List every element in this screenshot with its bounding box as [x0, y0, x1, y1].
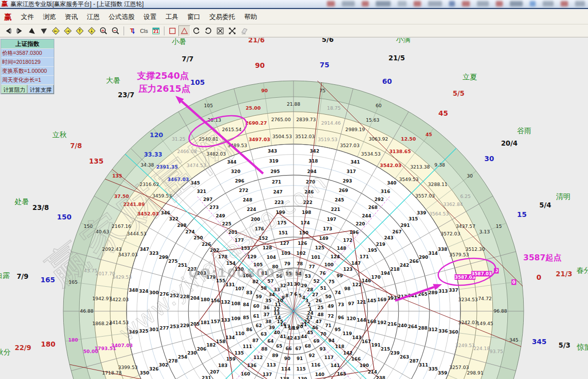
svg-text:125: 125: [315, 245, 324, 250]
nav-up-button[interactable]: [26, 25, 38, 36]
svg-text:139: 139: [298, 377, 307, 379]
shape-triangle-button[interactable]: [178, 25, 190, 36]
svg-text:88: 88: [261, 347, 268, 352]
svg-text:69: 69: [313, 339, 320, 344]
menu-item-8[interactable]: 交易委托: [205, 10, 240, 23]
rotate-ccw-button[interactable]: [190, 25, 202, 36]
menu-item-7[interactable]: 窗口: [183, 10, 205, 23]
svg-text:194: 194: [381, 271, 390, 276]
svg-text:2989.19: 2989.19: [345, 127, 365, 132]
svg-text:60: 60: [376, 103, 382, 108]
svg-text:326: 326: [149, 367, 159, 372]
svg-text:3587起点: 3587起点: [523, 253, 562, 262]
gann-wheel-chart[interactable]: 1234567891011121314151617181920212223242…: [0, 38, 588, 379]
svg-text:274: 274: [185, 229, 195, 234]
svg-text:172: 172: [343, 238, 353, 243]
svg-text:45: 45: [307, 330, 313, 335]
nav-forward-button[interactable]: [14, 25, 26, 36]
nav-down-button[interactable]: [38, 25, 50, 36]
svg-text:324: 324: [139, 289, 148, 294]
svg-text:127: 127: [280, 241, 290, 246]
svg-text:28: 28: [307, 287, 313, 292]
menu-item-4[interactable]: 公式选股: [104, 10, 139, 23]
svg-text:166: 166: [351, 357, 361, 362]
svg-text:92: 92: [309, 353, 315, 358]
blurred-taskbar-icons: [327, 1, 585, 7]
svg-text:272: 272: [239, 188, 248, 193]
menu-item-6[interactable]: 工具: [161, 10, 183, 23]
svg-text:219: 219: [376, 242, 385, 247]
box-x-button[interactable]: [214, 25, 226, 36]
menu-item-9[interactable]: 帮助: [240, 10, 262, 23]
svg-text:336: 336: [439, 329, 448, 334]
pan-right-button[interactable]: →: [62, 25, 74, 36]
menu-item-0[interactable]: 文件: [16, 10, 38, 23]
svg-text:288: 288: [418, 326, 428, 331]
svg-text:3542.03: 3542.03: [380, 163, 401, 168]
svg-text:70: 70: [320, 332, 327, 337]
menu-logo-icon: 赢: [0, 12, 16, 22]
zoom-in-button[interactable]: +: [98, 25, 110, 36]
svg-text:压力2615点: 压力2615点: [138, 83, 190, 94]
svg-text:105: 105: [204, 103, 213, 108]
svg-text:240: 240: [398, 323, 407, 328]
eraser-button[interactable]: [238, 25, 250, 36]
svg-text:95: 95: [335, 327, 341, 332]
svg-text:3549.53: 3549.53: [399, 177, 419, 182]
svg-text:243: 243: [384, 235, 394, 240]
rotate-cw-button[interactable]: [202, 25, 214, 36]
zoom-out-button[interactable]: −: [110, 25, 122, 36]
calendar-button[interactable]: 21: [150, 25, 162, 36]
svg-text:3362.84: 3362.84: [443, 201, 462, 207]
svg-text:86: 86: [246, 327, 253, 332]
calc-support-button[interactable]: 计算支撑: [27, 85, 54, 94]
svg-text:67: 67: [295, 346, 302, 351]
svg-text:266: 266: [409, 259, 419, 264]
svg-text:64: 64: [268, 339, 274, 344]
toolbar-separator: [164, 26, 164, 35]
svg-text:98: 98: [344, 286, 351, 291]
fit-scale-button[interactable]: [226, 25, 238, 36]
menu-item-5[interactable]: 设置: [139, 10, 161, 23]
svg-text:90: 90: [284, 356, 291, 361]
svg-text:清明: 清明: [556, 192, 571, 200]
svg-text:处暑: 处暑: [14, 197, 29, 205]
calc-resistance-button[interactable]: 计算阻力: [1, 85, 27, 94]
svg-text:25.00: 25.00: [246, 105, 261, 111]
svg-text:22/9: 22/9: [15, 344, 31, 352]
svg-text:5/3: 5/3: [559, 341, 571, 349]
shape-square-button[interactable]: [166, 25, 178, 36]
svg-text:298: 298: [177, 223, 187, 228]
svg-text:229: 229: [180, 323, 189, 328]
svg-text:33: 33: [274, 287, 280, 292]
svg-text:245: 245: [335, 197, 344, 202]
sort-vertical-button[interactable]: T: [126, 25, 138, 36]
svg-text:129: 129: [247, 254, 257, 259]
svg-text:145: 145: [367, 298, 376, 303]
svg-text:226: 226: [202, 242, 211, 247]
svg-text:160: 160: [241, 372, 250, 377]
svg-text:21/5: 21/5: [388, 54, 405, 62]
clear-button[interactable]: Cls: [138, 25, 150, 36]
svg-text:3512.30: 3512.30: [465, 246, 485, 252]
svg-text:221: 221: [331, 207, 340, 212]
svg-text:146: 146: [362, 278, 371, 283]
menu-item-3[interactable]: 江恩: [82, 10, 104, 23]
menu-item-1[interactable]: 浏览: [38, 10, 60, 23]
pan-down-button[interactable]: ↓: [86, 25, 98, 36]
nav-back-button[interactable]: [2, 25, 14, 36]
toolbar: ←→↑↓+−TCls21: [0, 24, 588, 37]
svg-text:220: 220: [356, 221, 365, 226]
menu-item-2[interactable]: 资讯: [60, 10, 82, 23]
svg-text:133: 133: [221, 318, 230, 323]
svg-text:207: 207: [210, 370, 219, 375]
pan-up-button[interactable]: ↑: [74, 25, 86, 36]
svg-text:77: 77: [309, 264, 315, 269]
svg-text:3063.92: 3063.92: [369, 136, 388, 142]
svg-text:296: 296: [235, 179, 245, 184]
pan-left-button[interactable]: ←: [50, 25, 62, 36]
svg-text:2017.70: 2017.70: [96, 271, 115, 276]
svg-text:231: 231: [202, 376, 211, 379]
svg-text:142: 142: [343, 351, 353, 356]
svg-text:8: 8: [286, 293, 289, 298]
